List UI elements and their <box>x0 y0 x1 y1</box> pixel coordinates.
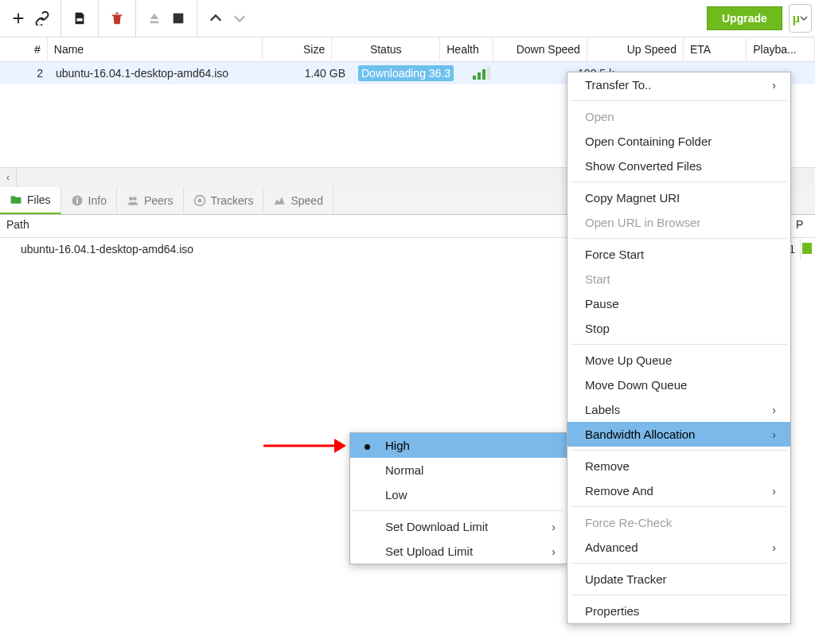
menu-set-upload-limit[interactable]: Set Upload Limit› <box>350 539 567 564</box>
menu-open-containing-folder[interactable]: Open Containing Folder <box>567 129 790 154</box>
utorrent-logo-icon: µ <box>793 11 800 25</box>
menu-force-recheck[interactable]: Force Re-Check <box>567 510 790 535</box>
menu-move-down-queue[interactable]: Move Down Queue <box>567 373 790 397</box>
menu-pause[interactable]: Pause <box>567 291 790 316</box>
peers-icon <box>127 194 139 207</box>
tab-trackers[interactable]: Trackers <box>184 187 264 214</box>
svg-point-6 <box>133 197 137 201</box>
chevron-right-icon: › <box>772 428 776 441</box>
menu-separator <box>571 238 787 239</box>
svg-rect-4 <box>76 197 78 199</box>
torrent-size: 1.40 GB <box>279 67 352 80</box>
chevron-down-icon <box>800 14 808 22</box>
tab-peers-label: Peers <box>144 194 174 207</box>
folder-icon <box>10 193 22 206</box>
menu-advanced[interactable]: Advanced› <box>567 535 790 560</box>
trackers-icon <box>193 194 206 207</box>
menu-separator <box>571 450 787 451</box>
start-button[interactable] <box>142 6 166 30</box>
torrent-health <box>466 67 522 80</box>
menu-stop[interactable]: Stop <box>567 316 790 341</box>
tab-info[interactable]: Info <box>61 187 117 214</box>
scroll-left-icon[interactable]: ‹ <box>0 168 17 187</box>
menu-set-download-limit[interactable]: Set Download Limit› <box>350 514 567 539</box>
add-torrent-button[interactable] <box>6 6 30 30</box>
chevron-right-icon: › <box>772 485 776 498</box>
svg-rect-0 <box>76 18 82 21</box>
col-num[interactable]: # <box>0 37 48 61</box>
menu-separator <box>353 510 563 511</box>
toolbar: Upgrade µ <box>0 0 815 37</box>
col-status[interactable]: Status <box>332 37 440 61</box>
tab-speed-label: Speed <box>291 194 322 207</box>
menu-separator <box>571 506 787 507</box>
menu-remove-and[interactable]: Remove And› <box>567 478 790 503</box>
stop-button[interactable] <box>166 6 190 30</box>
col-size[interactable]: Size <box>263 37 333 61</box>
torrent-status: Downloading 36.3 <box>352 65 466 81</box>
add-url-button[interactable] <box>30 6 54 30</box>
svg-point-8 <box>197 199 201 203</box>
col-up-speed[interactable]: Up Speed <box>587 37 684 61</box>
menu-normal[interactable]: Normal <box>350 458 567 482</box>
delete-button[interactable] <box>105 6 129 30</box>
torrent-context-menu: Transfer To..› Open Open Containing Fold… <box>567 72 791 624</box>
bandwidth-submenu: High Normal Low Set Download Limit› Set … <box>349 432 567 564</box>
chevron-right-icon: › <box>552 521 556 533</box>
menu-separator <box>571 100 787 101</box>
col-health[interactable]: Health <box>440 37 493 61</box>
menu-separator <box>571 595 787 595</box>
menu-properties[interactable]: Properties <box>567 599 790 623</box>
torrent-list-header: # Name Size Status Health Down Speed Up … <box>0 37 815 62</box>
col-playback[interactable]: Playba... <box>747 37 815 61</box>
tab-files[interactable]: Files <box>0 187 61 214</box>
menu-high[interactable]: High <box>350 433 567 458</box>
file-progress <box>800 238 815 260</box>
col-eta[interactable]: ETA <box>684 37 747 61</box>
chevron-right-icon: › <box>772 541 776 554</box>
col-down-speed[interactable]: Down Speed <box>493 37 587 61</box>
menu-show-converted-files[interactable]: Show Converted Files <box>567 154 790 178</box>
col-name[interactable]: Name <box>48 37 263 61</box>
app-menu-button[interactable]: µ <box>789 4 812 33</box>
menu-remove[interactable]: Remove <box>567 454 790 478</box>
create-torrent-button[interactable] <box>68 6 92 30</box>
svg-point-5 <box>129 197 133 201</box>
menu-labels[interactable]: Labels› <box>567 397 790 422</box>
menu-low[interactable]: Low <box>350 482 567 507</box>
menu-open-url-in-browser[interactable]: Open URL in Browser <box>567 210 790 235</box>
menu-force-start[interactable]: Force Start <box>567 242 790 267</box>
menu-copy-magnet-uri[interactable]: Copy Magnet URI <box>567 185 790 210</box>
chevron-right-icon: › <box>772 79 776 92</box>
col-p[interactable]: P <box>790 215 815 237</box>
tab-trackers-label: Trackers <box>211 194 254 207</box>
menu-update-tracker[interactable]: Update Tracker <box>567 567 790 591</box>
menu-separator <box>571 181 787 182</box>
speed-icon <box>273 194 286 207</box>
menu-start[interactable]: Start <box>567 267 790 291</box>
menu-transfer-to[interactable]: Transfer To..› <box>567 72 790 97</box>
move-up-button[interactable] <box>204 6 228 30</box>
tab-peers[interactable]: Peers <box>117 187 184 214</box>
info-icon <box>71 194 84 207</box>
radio-dot-icon <box>365 444 370 450</box>
menu-move-up-queue[interactable]: Move Up Queue <box>567 348 790 373</box>
torrent-number: 2 <box>0 67 49 80</box>
red-arrow-annotation <box>259 431 346 461</box>
svg-rect-3 <box>76 199 78 204</box>
menu-bandwidth-allocation[interactable]: Bandwidth Allocation› <box>567 422 790 447</box>
menu-separator <box>571 344 787 345</box>
svg-rect-1 <box>174 14 184 24</box>
upgrade-button[interactable]: Upgrade <box>707 6 782 30</box>
menu-open[interactable]: Open <box>567 104 790 129</box>
tab-files-label: Files <box>27 193 51 206</box>
menu-separator <box>571 563 787 564</box>
health-bars-icon <box>473 67 490 80</box>
torrent-name: ubuntu-16.04.1-desktop-amd64.iso <box>49 67 279 80</box>
chevron-right-icon: › <box>772 404 776 416</box>
tab-info-label: Info <box>88 194 107 207</box>
chevron-right-icon: › <box>552 545 556 558</box>
move-down-button[interactable] <box>228 6 252 30</box>
tab-speed[interactable]: Speed <box>263 187 333 214</box>
